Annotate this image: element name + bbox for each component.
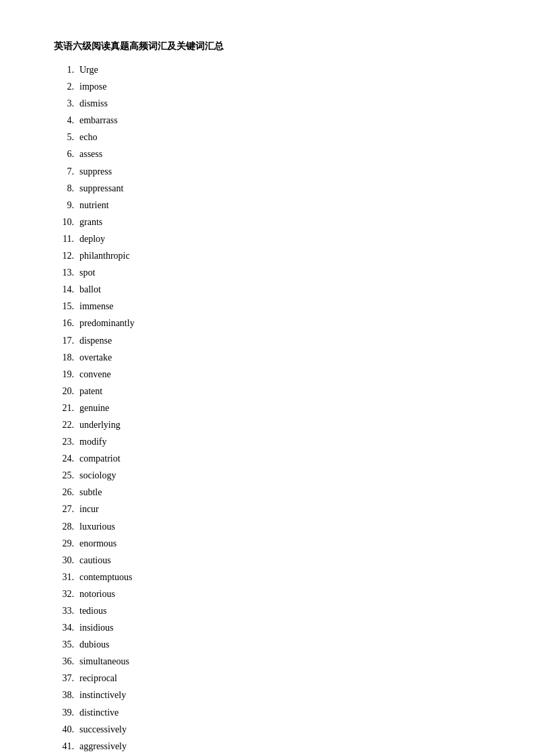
list-item: 35.dubious	[54, 637, 480, 652]
list-item: 15.immense	[54, 298, 480, 314]
list-item: 20.patent	[54, 383, 480, 399]
list-item: 34.insidious	[54, 620, 480, 635]
item-number: 13.	[54, 265, 79, 280]
item-number: 33.	[54, 603, 79, 619]
item-word: sociology	[79, 468, 116, 483]
list-item: 25.sociology	[54, 468, 480, 483]
list-item: 8.suppressant	[54, 181, 480, 196]
list-item: 18.overtake	[54, 350, 480, 365]
item-word: instinctively	[79, 687, 126, 703]
item-word: nutrient	[79, 197, 109, 213]
list-item: 3.dismiss	[54, 96, 480, 111]
item-number: 15.	[54, 298, 79, 314]
item-word: convene	[79, 367, 111, 382]
item-number: 23.	[54, 434, 79, 449]
item-number: 17.	[54, 333, 79, 348]
item-number: 24.	[54, 451, 79, 466]
list-item: 5.echo	[54, 129, 480, 145]
item-word: echo	[79, 129, 97, 145]
item-word: predominantly	[79, 315, 135, 331]
item-word: reciprocal	[79, 670, 117, 686]
list-item: 16.predominantly	[54, 315, 480, 331]
item-number: 38.	[54, 687, 79, 703]
item-word: simultaneous	[79, 654, 129, 669]
item-number: 37.	[54, 670, 79, 686]
item-word: compatriot	[79, 451, 121, 466]
item-number: 12.	[54, 248, 79, 263]
word-list: 1.Urge2.impose3.dismiss4.embarrass5.echo…	[54, 62, 480, 756]
item-word: successively	[79, 722, 127, 737]
list-item: 32.notorious	[54, 586, 480, 602]
list-item: 33.tedious	[54, 603, 480, 619]
item-number: 14.	[54, 282, 79, 297]
list-item: 19.convene	[54, 367, 480, 382]
item-word: distinctive	[79, 705, 119, 720]
item-number: 6.	[54, 146, 79, 162]
list-item: 4.embarrass	[54, 113, 480, 128]
item-number: 8.	[54, 181, 79, 196]
list-item: 11.deploy	[54, 231, 480, 247]
item-word: grants	[79, 214, 102, 230]
item-number: 21.	[54, 400, 79, 416]
list-item: 27.incur	[54, 501, 480, 517]
list-item: 39.distinctive	[54, 705, 480, 720]
page-title: 英语六级阅读真题高频词汇及关键词汇总	[54, 40, 480, 53]
item-number: 2.	[54, 79, 79, 94]
item-number: 26.	[54, 484, 79, 500]
item-number: 18.	[54, 350, 79, 365]
list-item: 13.spot	[54, 265, 480, 280]
item-number: 1.	[54, 62, 79, 77]
list-item: 26.subtle	[54, 484, 480, 500]
item-number: 36.	[54, 654, 79, 669]
item-number: 31.	[54, 569, 79, 585]
list-item: 36.simultaneous	[54, 654, 480, 669]
item-word: dismiss	[79, 96, 108, 111]
item-word: dubious	[79, 637, 109, 652]
item-number: 19.	[54, 367, 79, 382]
list-item: 12.philanthropic	[54, 248, 480, 263]
list-item: 28.luxurious	[54, 519, 480, 534]
list-item: 9.nutrient	[54, 197, 480, 213]
list-item: 24.compatriot	[54, 451, 480, 466]
item-word: genuine	[79, 400, 109, 416]
item-word: subtle	[79, 484, 102, 500]
list-item: 17.dispense	[54, 333, 480, 348]
item-number: 11.	[54, 231, 79, 247]
item-number: 20.	[54, 383, 79, 399]
item-word: philanthropic	[79, 248, 130, 263]
item-word: underlying	[79, 417, 121, 433]
item-word: cautious	[79, 553, 111, 568]
item-word: notorious	[79, 586, 115, 602]
item-word: contemptuous	[79, 569, 133, 585]
item-number: 39.	[54, 705, 79, 720]
item-word: incur	[79, 501, 99, 517]
item-number: 28.	[54, 519, 79, 534]
list-item: 31.contemptuous	[54, 569, 480, 585]
item-number: 16.	[54, 315, 79, 331]
item-word: impose	[79, 79, 106, 94]
list-item: 23.modify	[54, 434, 480, 449]
item-word: ballot	[79, 282, 101, 297]
item-word: embarrass	[79, 113, 118, 128]
list-item: 21.genuine	[54, 400, 480, 416]
item-word: enormous	[79, 536, 116, 551]
item-number: 22.	[54, 417, 79, 433]
item-word: assess	[79, 146, 102, 162]
item-word: aggressively	[79, 738, 127, 754]
item-word: patent	[79, 383, 102, 399]
item-number: 35.	[54, 637, 79, 652]
list-item: 38.instinctively	[54, 687, 480, 703]
item-number: 40.	[54, 722, 79, 737]
list-item: 7.suppress	[54, 164, 480, 179]
list-item: 2.impose	[54, 79, 480, 94]
list-item: 10.grants	[54, 214, 480, 230]
list-item: 14.ballot	[54, 282, 480, 297]
item-word: tedious	[79, 603, 106, 619]
item-word: suppress	[79, 164, 112, 179]
item-word: deploy	[79, 231, 105, 247]
list-item: 6.assess	[54, 146, 480, 162]
list-item: 37.reciprocal	[54, 670, 480, 686]
list-item: 22.underlying	[54, 417, 480, 433]
item-number: 10.	[54, 214, 79, 230]
item-number: 27.	[54, 501, 79, 517]
